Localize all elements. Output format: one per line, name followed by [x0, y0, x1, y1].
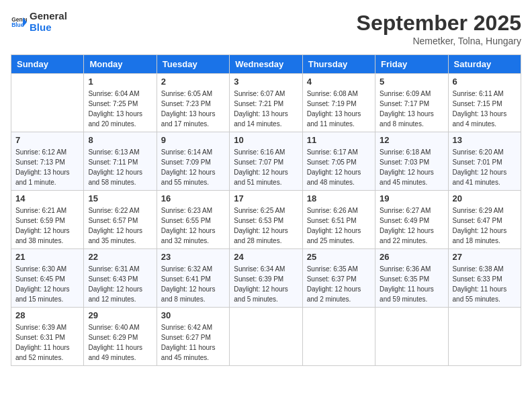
day-number: 21 [15, 252, 79, 262]
day-info: Sunrise: 6:31 AMSunset: 6:43 PMDaylight:… [88, 264, 152, 304]
day-info: Sunrise: 6:42 AMSunset: 6:27 PMDaylight:… [161, 322, 225, 363]
week-row-4: 21Sunrise: 6:30 AMSunset: 6:45 PMDayligh… [11, 249, 521, 308]
day-number: 11 [307, 135, 371, 145]
day-info: Sunrise: 6:08 AMSunset: 7:19 PMDaylight:… [307, 89, 371, 129]
day-cell: 22Sunrise: 6:31 AMSunset: 6:43 PMDayligh… [84, 249, 157, 308]
logo-text-blue: Blue [30, 22, 67, 34]
day-cell: 12Sunrise: 6:18 AMSunset: 7:03 PMDayligh… [375, 132, 448, 191]
week-row-3: 14Sunrise: 6:21 AMSunset: 6:59 PMDayligh… [11, 191, 521, 249]
day-cell [302, 308, 375, 366]
col-header-tuesday: Tuesday [157, 55, 229, 74]
day-number: 7 [15, 135, 79, 145]
day-cell: 11Sunrise: 6:17 AMSunset: 7:05 PMDayligh… [302, 132, 375, 191]
day-number: 16 [161, 193, 225, 203]
day-cell: 3Sunrise: 6:07 AMSunset: 7:21 PMDaylight… [230, 74, 302, 132]
day-number: 20 [453, 193, 517, 203]
day-info: Sunrise: 6:20 AMSunset: 7:01 PMDaylight:… [453, 147, 517, 187]
day-number: 9 [161, 135, 225, 145]
logo-text-general: General [30, 11, 67, 22]
col-header-sunday: Sunday [11, 55, 84, 74]
day-info: Sunrise: 6:26 AMSunset: 6:51 PMDaylight:… [307, 205, 371, 246]
header-row: SundayMondayTuesdayWednesdayThursdayFrid… [11, 55, 521, 74]
day-number: 28 [15, 310, 79, 320]
week-row-2: 7Sunrise: 6:12 AMSunset: 7:13 PMDaylight… [11, 132, 521, 191]
day-info: Sunrise: 6:23 AMSunset: 6:55 PMDaylight:… [161, 205, 225, 246]
day-number: 10 [234, 135, 298, 145]
day-cell: 18Sunrise: 6:26 AMSunset: 6:51 PMDayligh… [302, 191, 375, 249]
day-cell: 19Sunrise: 6:27 AMSunset: 6:49 PMDayligh… [375, 191, 448, 249]
day-number: 30 [161, 310, 225, 320]
day-cell: 7Sunrise: 6:12 AMSunset: 7:13 PMDaylight… [11, 132, 84, 191]
month-title: September 2025 [357, 11, 521, 36]
day-info: Sunrise: 6:40 AMSunset: 6:29 PMDaylight:… [88, 322, 152, 363]
day-info: Sunrise: 6:38 AMSunset: 6:33 PMDaylight:… [453, 264, 517, 304]
day-cell: 27Sunrise: 6:38 AMSunset: 6:33 PMDayligh… [448, 249, 521, 308]
col-header-thursday: Thursday [302, 55, 375, 74]
day-number: 1 [88, 77, 152, 87]
day-number: 6 [453, 77, 517, 87]
page-header: General Blue General Blue September 2025… [11, 11, 521, 46]
day-info: Sunrise: 6:27 AMSunset: 6:49 PMDaylight:… [380, 205, 443, 246]
day-cell: 1Sunrise: 6:04 AMSunset: 7:25 PMDaylight… [84, 74, 157, 132]
col-header-wednesday: Wednesday [230, 55, 302, 74]
day-cell: 30Sunrise: 6:42 AMSunset: 6:27 PMDayligh… [157, 308, 229, 366]
day-number: 26 [380, 252, 443, 262]
day-number: 25 [307, 252, 371, 262]
day-info: Sunrise: 6:17 AMSunset: 7:05 PMDaylight:… [307, 147, 371, 187]
week-row-1: 1Sunrise: 6:04 AMSunset: 7:25 PMDaylight… [11, 74, 521, 132]
day-info: Sunrise: 6:18 AMSunset: 7:03 PMDaylight:… [380, 147, 443, 187]
day-info: Sunrise: 6:32 AMSunset: 6:41 PMDaylight:… [161, 264, 225, 304]
day-info: Sunrise: 6:35 AMSunset: 6:37 PMDaylight:… [307, 264, 371, 304]
day-number: 18 [307, 193, 371, 203]
day-info: Sunrise: 6:05 AMSunset: 7:23 PMDaylight:… [161, 89, 225, 129]
day-cell: 5Sunrise: 6:09 AMSunset: 7:17 PMDaylight… [375, 74, 448, 132]
day-cell: 23Sunrise: 6:32 AMSunset: 6:41 PMDayligh… [157, 249, 229, 308]
logo: General Blue General Blue [11, 11, 67, 33]
svg-text:Blue: Blue [11, 21, 24, 28]
day-cell: 16Sunrise: 6:23 AMSunset: 6:55 PMDayligh… [157, 191, 229, 249]
day-cell: 4Sunrise: 6:08 AMSunset: 7:19 PMDaylight… [302, 74, 375, 132]
day-cell: 15Sunrise: 6:22 AMSunset: 6:57 PMDayligh… [84, 191, 157, 249]
day-cell: 29Sunrise: 6:40 AMSunset: 6:29 PMDayligh… [84, 308, 157, 366]
day-info: Sunrise: 6:25 AMSunset: 6:53 PMDaylight:… [234, 205, 298, 246]
day-number: 2 [161, 77, 225, 87]
location-subtitle: Nemetker, Tolna, Hungary [357, 36, 521, 46]
day-info: Sunrise: 6:04 AMSunset: 7:25 PMDaylight:… [88, 89, 152, 129]
day-cell: 21Sunrise: 6:30 AMSunset: 6:45 PMDayligh… [11, 249, 84, 308]
day-number: 19 [380, 193, 443, 203]
day-cell: 10Sunrise: 6:16 AMSunset: 7:07 PMDayligh… [230, 132, 302, 191]
day-cell: 28Sunrise: 6:39 AMSunset: 6:31 PMDayligh… [11, 308, 84, 366]
day-cell: 14Sunrise: 6:21 AMSunset: 6:59 PMDayligh… [11, 191, 84, 249]
day-number: 29 [88, 310, 152, 320]
day-info: Sunrise: 6:16 AMSunset: 7:07 PMDaylight:… [234, 147, 298, 187]
day-cell: 24Sunrise: 6:34 AMSunset: 6:39 PMDayligh… [230, 249, 302, 308]
calendar-table: SundayMondayTuesdayWednesdayThursdayFrid… [11, 54, 521, 366]
day-cell: 26Sunrise: 6:36 AMSunset: 6:35 PMDayligh… [375, 249, 448, 308]
day-cell: 20Sunrise: 6:29 AMSunset: 6:47 PMDayligh… [448, 191, 521, 249]
day-number: 15 [88, 193, 152, 203]
day-info: Sunrise: 6:21 AMSunset: 6:59 PMDaylight:… [15, 205, 79, 246]
day-info: Sunrise: 6:39 AMSunset: 6:31 PMDaylight:… [15, 322, 79, 363]
day-number: 5 [380, 77, 443, 87]
day-number: 3 [234, 77, 298, 87]
day-info: Sunrise: 6:07 AMSunset: 7:21 PMDaylight:… [234, 89, 298, 129]
day-info: Sunrise: 6:29 AMSunset: 6:47 PMDaylight:… [453, 205, 517, 246]
day-cell: 9Sunrise: 6:14 AMSunset: 7:09 PMDaylight… [157, 132, 229, 191]
day-info: Sunrise: 6:34 AMSunset: 6:39 PMDaylight:… [234, 264, 298, 304]
day-info: Sunrise: 6:13 AMSunset: 7:11 PMDaylight:… [88, 147, 152, 187]
day-cell [11, 74, 84, 132]
day-cell: 17Sunrise: 6:25 AMSunset: 6:53 PMDayligh… [230, 191, 302, 249]
day-info: Sunrise: 6:14 AMSunset: 7:09 PMDaylight:… [161, 147, 225, 187]
day-info: Sunrise: 6:11 AMSunset: 7:15 PMDaylight:… [453, 89, 517, 129]
day-info: Sunrise: 6:09 AMSunset: 7:17 PMDaylight:… [380, 89, 443, 129]
col-header-monday: Monday [84, 55, 157, 74]
day-number: 24 [234, 252, 298, 262]
day-info: Sunrise: 6:22 AMSunset: 6:57 PMDaylight:… [88, 205, 152, 246]
day-cell: 6Sunrise: 6:11 AMSunset: 7:15 PMDaylight… [448, 74, 521, 132]
day-number: 4 [307, 77, 371, 87]
day-cell [375, 308, 448, 366]
day-number: 22 [88, 252, 152, 262]
day-cell: 8Sunrise: 6:13 AMSunset: 7:11 PMDaylight… [84, 132, 157, 191]
col-header-friday: Friday [375, 55, 448, 74]
col-header-saturday: Saturday [448, 55, 521, 74]
